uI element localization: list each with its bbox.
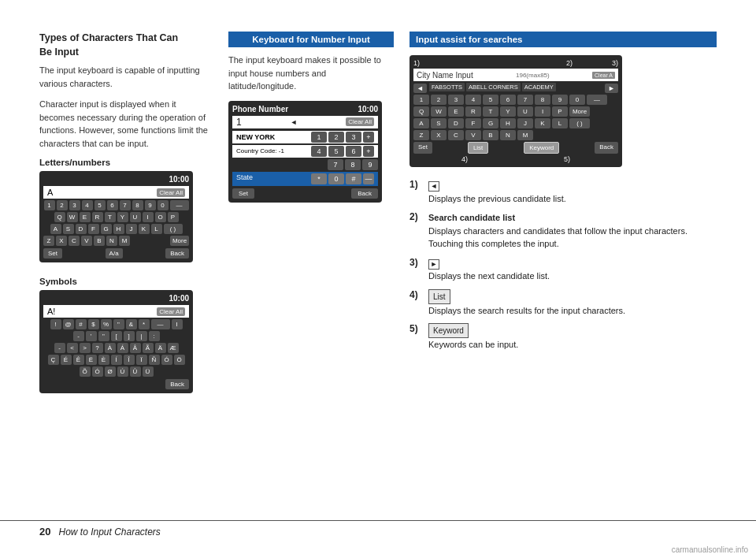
phone-plus-key[interactable]: + — [363, 146, 374, 157]
assist-key[interactable]: R — [465, 106, 481, 117]
assist-key[interactable]: J — [517, 118, 533, 128]
phone-dash-key[interactable]: — — [363, 173, 374, 184]
kb-key[interactable]: 0 — [158, 200, 169, 210]
kb-key[interactable]: N — [106, 236, 117, 246]
phone-key[interactable]: 7 — [328, 159, 343, 170]
assist-cand-item[interactable]: ACADEMY — [522, 83, 556, 91]
phone-key[interactable]: * — [311, 173, 327, 184]
kb-key[interactable]: Y — [117, 212, 128, 222]
kb-key[interactable]: K — [139, 224, 150, 234]
phone-key[interactable]: 8 — [345, 159, 361, 170]
kb-sym-key[interactable]: - — [73, 331, 84, 341]
assist-back-btn[interactable]: Back — [595, 142, 618, 154]
kb-key[interactable]: 5 — [94, 200, 106, 210]
kb-sym-key[interactable]: * — [139, 319, 150, 329]
assist-next-btn[interactable]: ► — [605, 84, 618, 93]
assist-key[interactable]: Z — [413, 130, 429, 140]
assist-key[interactable]: A — [413, 118, 429, 128]
assist-key[interactable]: W — [431, 106, 447, 117]
assist-key[interactable]: ( ) — [569, 118, 590, 128]
kb-sym-key[interactable]: À — [105, 343, 116, 353]
kb-key[interactable]: S — [63, 224, 74, 234]
kb-sym-key[interactable]: Æ — [168, 343, 179, 353]
kb-more-btn[interactable]: More — [170, 236, 189, 246]
kb-key[interactable]: F — [88, 224, 99, 234]
kb-key[interactable]: W — [67, 212, 78, 222]
assist-key[interactable]: 7 — [517, 95, 533, 105]
kb-sym-key[interactable]: Ä — [155, 343, 166, 353]
kb-sym-key[interactable]: Á — [117, 343, 128, 353]
kb-sym-key[interactable]: $ — [88, 319, 99, 329]
kb-aa-btn[interactable]: A/a — [106, 248, 123, 259]
assist-key[interactable]: M — [517, 130, 533, 140]
kb-key[interactable]: B — [94, 236, 105, 246]
kb-key[interactable]: Q — [54, 212, 65, 222]
kb-sym-key[interactable]: & — [126, 319, 137, 329]
phone-key[interactable]: 5 — [328, 146, 344, 157]
kb-sym-key[interactable]: Ö — [174, 355, 185, 365]
assist-clear-btn[interactable]: Clear A — [592, 72, 615, 79]
kb-sym-key[interactable]: ] — [124, 331, 135, 341]
assist-key[interactable]: 1 — [413, 95, 429, 105]
kb-sym-key[interactable]: È — [98, 355, 109, 365]
kb-sym-key[interactable]: % — [101, 319, 112, 329]
kb-sym-key[interactable]: Ç — [48, 355, 59, 365]
assist-key[interactable]: 0 — [569, 95, 585, 105]
kb-sym-key[interactable]: Ñ — [149, 355, 160, 365]
kb-key[interactable]: L — [151, 224, 162, 234]
assist-key[interactable]: B — [483, 130, 498, 140]
kb-key[interactable]: — — [170, 200, 189, 210]
kb-sym-key[interactable]: " — [98, 331, 109, 341]
assist-key[interactable]: 6 — [500, 95, 516, 105]
phone-key[interactable]: 2 — [328, 132, 344, 143]
assist-set-btn[interactable]: Set — [413, 142, 432, 154]
kb-key[interactable]: M — [119, 236, 130, 246]
phone-set-btn[interactable]: Set — [232, 188, 254, 199]
kb-sym-key[interactable]: Â — [130, 343, 141, 353]
kb-sym-key[interactable]: Ê — [73, 355, 84, 365]
kb-sym-key[interactable]: Û — [130, 366, 141, 377]
kb-key[interactable]: 9 — [145, 200, 156, 210]
assist-keyword-btn[interactable]: Keyword — [524, 142, 559, 154]
kb-key[interactable]: U — [130, 212, 141, 222]
kb-sym-key[interactable]: Ø — [105, 366, 116, 377]
assist-key[interactable]: U — [517, 106, 533, 117]
assist-prev-btn[interactable]: ◄ — [413, 84, 427, 93]
assist-key[interactable]: X — [431, 130, 447, 140]
phone-clear-btn[interactable]: Clear All — [346, 117, 374, 126]
kb-sym-key[interactable]: Í — [111, 355, 122, 365]
assist-more-btn[interactable]: More — [569, 106, 590, 117]
kb-key[interactable]: T — [105, 212, 116, 222]
assist-key[interactable]: K — [535, 118, 550, 128]
kb-sym-key[interactable]: [ — [111, 331, 122, 341]
kb-key[interactable]: G — [101, 224, 112, 234]
kb-key[interactable]: C — [69, 236, 80, 246]
assist-cand-item[interactable]: FABSOTTS — [429, 83, 465, 91]
phone-key[interactable]: 1 — [311, 132, 327, 143]
kb-sym-back-btn[interactable]: Back — [165, 379, 189, 389]
assist-key[interactable]: S — [431, 118, 447, 128]
kb-sym-key[interactable]: | — [136, 331, 147, 341]
kb-key[interactable]: 2 — [57, 200, 68, 210]
phone-plus-key[interactable]: + — [363, 132, 374, 143]
kb-key[interactable]: O — [155, 212, 166, 222]
kb-clear-btn[interactable]: Clear All — [157, 188, 185, 197]
phone-key[interactable]: 0 — [328, 173, 344, 184]
phone-key[interactable]: 3 — [346, 132, 361, 143]
kb-key[interactable]: X — [56, 236, 67, 246]
assist-key[interactable]: T — [483, 106, 498, 117]
phone-key[interactable]: 9 — [362, 159, 378, 170]
kb-sym-key[interactable]: ? — [92, 343, 103, 353]
assist-key[interactable]: 8 — [535, 95, 550, 105]
kb-key[interactable]: D — [76, 224, 87, 234]
kb-key[interactable]: V — [81, 236, 92, 246]
kb-key[interactable]: 4 — [82, 200, 93, 210]
kb-key[interactable]: H — [113, 224, 124, 234]
kb-sym-key[interactable]: ' — [86, 331, 97, 341]
kb-key[interactable]: P — [168, 212, 179, 222]
kb-sym-key[interactable]: ! — [50, 319, 61, 329]
assist-key[interactable]: 4 — [465, 95, 481, 105]
assist-key[interactable]: P — [552, 106, 568, 117]
kb-sym-key[interactable]: @ — [63, 319, 74, 329]
phone-key[interactable]: # — [346, 173, 361, 184]
